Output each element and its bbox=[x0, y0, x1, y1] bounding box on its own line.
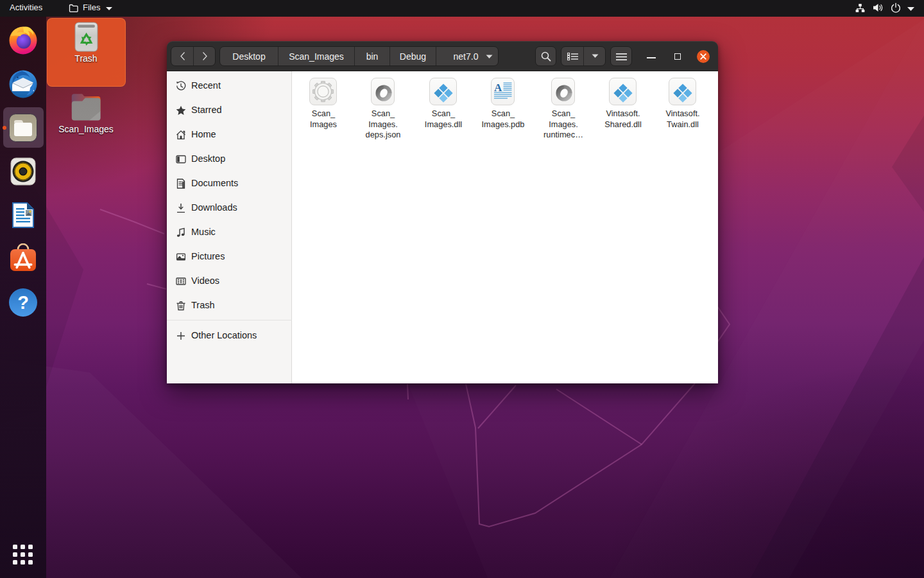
svg-text:?: ? bbox=[17, 292, 29, 313]
svg-text:A: A bbox=[494, 82, 502, 94]
